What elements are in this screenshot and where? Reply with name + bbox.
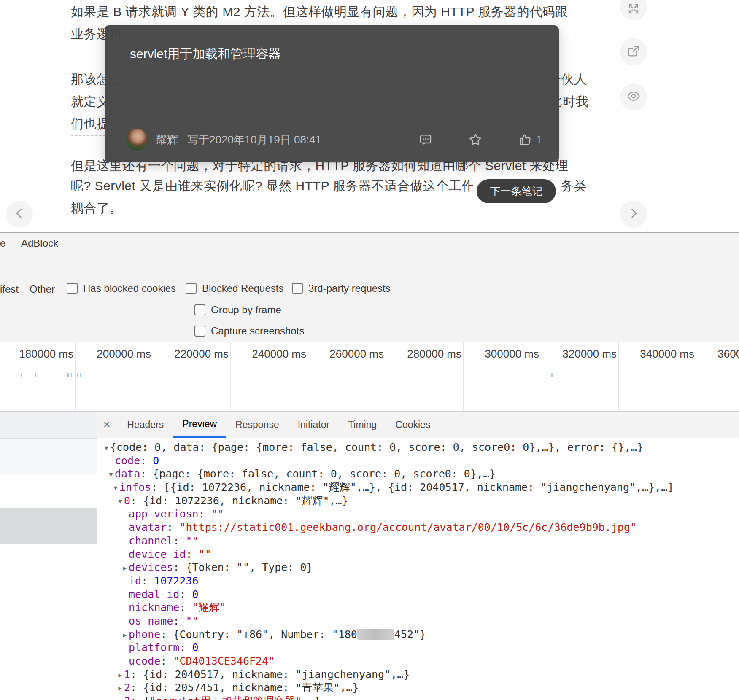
checkbox-icon[interactable] — [186, 283, 197, 294]
expand-arrow-icon[interactable]: ▶ — [116, 669, 124, 682]
checkbox-label: 3rd-party requests — [308, 283, 391, 294]
avatar — [126, 129, 148, 151]
json-tree-line[interactable]: device_id: "" — [97, 548, 739, 561]
tab-initiator[interactable]: Initiator — [289, 412, 339, 438]
collapse-arrow-icon[interactable]: ▼ — [112, 482, 119, 495]
json-tree-line[interactable]: code: 0 — [97, 454, 739, 468]
timeline-tick-label: 280000 ms — [396, 347, 461, 361]
annotated-text[interactable]: 们也提 — [71, 116, 110, 136]
expand-arrow-icon[interactable]: ▶ — [116, 695, 124, 700]
capture-screenshots-checkbox[interactable]: Capture screenshots — [194, 325, 304, 337]
json-tree-line[interactable]: ▼data: {page: {more: false, count: 0, sc… — [97, 467, 739, 481]
tab-cookies[interactable]: Cookies — [386, 412, 440, 438]
filter-checkbox[interactable]: Has blocked cookies — [67, 283, 176, 294]
json-tree-line[interactable]: channel: "" — [97, 534, 739, 548]
json-preview-tree[interactable]: ▼{code: 0, data: {page: {more: false, co… — [97, 438, 739, 700]
json-tree-line[interactable]: os_name: "" — [97, 614, 739, 628]
collapse-arrow-icon[interactable]: ▼ — [102, 442, 110, 455]
collapse-arrow-icon[interactable]: ▼ — [107, 468, 115, 482]
json-tree-line[interactable]: ▼infos: [{id: 1072236, nickname: "耀辉",…}… — [97, 481, 739, 494]
article-line-fragment: 务类 — [561, 178, 587, 195]
json-segment: 1 — [124, 668, 130, 681]
timeline-gridline — [308, 342, 308, 411]
json-tree-line[interactable]: ▶phone: {Country: "+86", Number: "180452… — [97, 628, 739, 641]
devtools-tab-partial[interactable]: e — [0, 237, 5, 249]
comment-icon[interactable] — [419, 133, 432, 146]
expand-arrow-icon[interactable]: ▶ — [121, 629, 129, 642]
json-segment: : {Token: "", Type: 0} — [173, 561, 313, 573]
share-button[interactable] — [620, 38, 647, 65]
network-overview-timeline[interactable]: 180000 ms200000 ms220000 ms240000 ms2600… — [0, 342, 739, 412]
filter-checkbox[interactable]: Blocked Requests — [186, 283, 283, 294]
request-row[interactable] — [0, 474, 97, 508]
json-segment: "" — [199, 548, 211, 560]
article-line: 耦合了。 — [71, 200, 122, 217]
json-segment: : — [199, 508, 211, 520]
json-segment: 0 — [192, 641, 199, 654]
tab-headers[interactable]: Headers — [118, 412, 173, 438]
json-segment: "servlet用于加载和管理容器" — [149, 695, 301, 700]
request-row[interactable] — [0, 412, 97, 439]
json-tree-line[interactable]: ▶devices: {Token: "", Type: 0} — [97, 561, 739, 574]
json-segment: platform — [129, 641, 179, 654]
json-segment: : — [173, 535, 186, 547]
expand-arrow-icon[interactable]: ▶ — [116, 682, 124, 695]
json-tree-line[interactable]: ▶1: {id: 2040517, nickname: "jiangchenya… — [97, 668, 739, 681]
prev-page-button[interactable] — [6, 201, 33, 228]
network-filter-bar: ifest Other Has blocked cookiesBlocked R… — [0, 278, 739, 342]
request-row[interactable] — [0, 544, 97, 700]
group-by-frame-checkbox[interactable]: Group by frame — [194, 304, 281, 316]
json-segment: : {id: 1072236, nickname: "耀辉",…} — [130, 495, 348, 507]
json-tree-line[interactable]: ▶2: {id: 2057451, nickname: "青苹果",…} — [97, 681, 739, 695]
json-segment: : — [186, 548, 198, 560]
json-segment: id — [129, 575, 141, 587]
tab-response[interactable]: Response — [226, 412, 289, 438]
devtools-tab-adblock[interactable]: AdBlock — [21, 237, 58, 249]
close-icon[interactable]: × — [103, 419, 110, 431]
next-page-button[interactable] — [620, 201, 647, 228]
json-tree-line[interactable]: medal_id: 0 — [97, 588, 739, 601]
preview-eye-button[interactable] — [620, 83, 647, 110]
json-tree-line[interactable]: nickname: "耀辉" — [97, 601, 739, 614]
request-row[interactable] — [0, 439, 97, 474]
timeline-tick-label: 360000 ms — [706, 347, 739, 361]
chevron-left-icon — [13, 207, 25, 221]
request-row-selected[interactable] — [0, 508, 97, 544]
request-list[interactable] — [0, 412, 97, 700]
filter-checkbox-row: ifest Other Has blocked cookiesBlocked R… — [0, 278, 739, 299]
filter-checkbox[interactable]: 3rd-party requests — [292, 283, 391, 294]
star-icon[interactable] — [469, 133, 482, 146]
note-author: 耀辉 — [156, 132, 178, 147]
timeline-gridline — [618, 342, 619, 411]
request-detail-tabbar: × HeadersPreviewResponseInitiatorTimingC… — [97, 412, 739, 438]
checkbox-label: Capture screenshots — [211, 325, 304, 337]
tab-timing[interactable]: Timing — [339, 412, 386, 438]
tab-preview[interactable]: Preview — [173, 412, 226, 438]
checkbox-icon[interactable] — [194, 304, 205, 315]
annotated-text[interactable]: 时我 — [563, 93, 588, 113]
filter-type-other[interactable]: Other — [30, 283, 55, 295]
json-tree-line[interactable]: app_veriosn: "" — [97, 507, 739, 521]
expand-arrow-icon[interactable]: ▶ — [121, 562, 129, 575]
json-tree-line[interactable]: avatar: "https://static001.geekbang.org/… — [97, 521, 739, 534]
like-button[interactable]: 1 — [518, 133, 542, 146]
timeline-tick-label: 180000 ms — [8, 347, 73, 361]
fullscreen-button[interactable] — [620, 0, 647, 20]
checkbox-icon[interactable] — [292, 283, 303, 294]
filter-type-partial[interactable]: ifest — [0, 283, 19, 295]
json-tree-line[interactable]: ▼0: {id: 1072236, nickname: "耀辉",…} — [97, 494, 739, 508]
json-segment: 452"} — [394, 628, 426, 641]
collapse-arrow-icon[interactable]: ▼ — [116, 495, 124, 509]
json-tree-line[interactable]: id: 1072236 — [97, 574, 739, 588]
json-tree-line[interactable]: ucode: "CD4013CE346F24" — [97, 654, 739, 668]
timeline-tick-label: 240000 ms — [240, 347, 306, 361]
checkbox-icon[interactable] — [194, 326, 205, 337]
json-tree-line[interactable]: ▼{code: 0, data: {page: {more: false, co… — [97, 441, 739, 454]
json-segment: : — [160, 655, 173, 667]
checkbox-icon[interactable] — [67, 283, 78, 294]
timeline-tick-label: 320000 ms — [551, 347, 617, 361]
next-note-button[interactable]: 下一条笔记 — [477, 179, 556, 203]
timeline-tick-label: 340000 ms — [628, 347, 694, 361]
json-tree-line[interactable]: platform: 0 — [97, 641, 739, 654]
json-tree-line[interactable]: ▶3: {"servlet用于加载和管理容器",…} — [97, 695, 739, 700]
